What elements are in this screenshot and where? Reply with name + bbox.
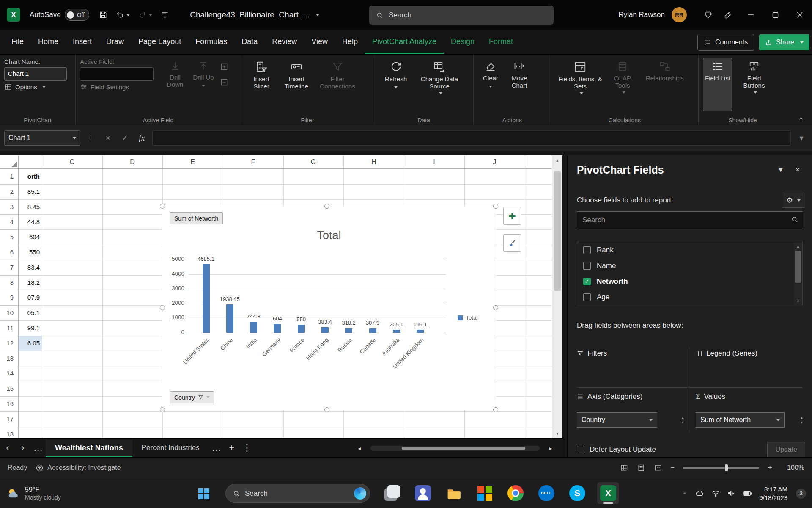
customize-quick-access-icon[interactable] <box>158 7 172 23</box>
cell-partial-row1[interactable]: orth <box>19 169 42 184</box>
field-list-scrollbar[interactable] <box>794 242 802 305</box>
update-button[interactable]: Update <box>767 442 805 458</box>
title-dropdown-icon[interactable] <box>316 14 319 16</box>
refresh-dropdown-icon[interactable] <box>394 86 398 88</box>
prev-sheet-icon[interactable] <box>0 439 15 457</box>
cell-partial-row8[interactable]: 18.2 <box>19 275 42 290</box>
expand-field-icon[interactable] <box>219 61 230 72</box>
pane-close-icon[interactable] <box>789 163 806 177</box>
accessibility-status[interactable]: Accessibility: Investigate <box>36 464 121 472</box>
horizontal-scrollbar[interactable] <box>352 439 558 458</box>
field-item-age[interactable]: Age <box>577 289 802 305</box>
chart-bar-france[interactable] <box>298 325 305 333</box>
column-header-partial[interactable] <box>19 155 42 169</box>
chart-bar-australia[interactable] <box>393 330 400 333</box>
pivot-chart[interactable]: 0100020003000400050004685.1United States… <box>162 206 496 410</box>
zoom-in-icon[interactable] <box>768 463 772 472</box>
field-checkbox[interactable] <box>583 262 591 270</box>
chart-styles-button[interactable] <box>503 234 521 252</box>
filter-connections-button[interactable]: Filter Connections <box>315 58 359 111</box>
chart-bar-united-kingdom[interactable] <box>417 330 424 333</box>
fields-search-input[interactable] <box>577 211 803 229</box>
ribbon-tab-format[interactable]: Format <box>482 30 520 54</box>
editing-pen-icon[interactable] <box>718 0 738 30</box>
excel-app-icon[interactable] <box>7 8 20 22</box>
column-header-H[interactable]: H <box>343 155 404 169</box>
area-spinner[interactable] <box>801 416 803 425</box>
wifi-icon[interactable] <box>711 489 720 498</box>
field-item-networth[interactable]: Networth <box>577 273 802 289</box>
options-dropdown-icon[interactable] <box>42 86 46 88</box>
field-settings-button[interactable]: Field Settings <box>80 83 159 91</box>
clear-dropdown-icon[interactable] <box>489 86 492 88</box>
column-header-G[interactable]: G <box>283 155 344 169</box>
cell-partial-row2[interactable]: 85.1 <box>19 184 42 199</box>
chart-resize-handle[interactable] <box>493 204 498 209</box>
values-area-well[interactable]: Sum of Networth <box>696 407 803 433</box>
taskbar-clock[interactable]: 8:17 AM9/18/2023 <box>759 485 787 502</box>
row-header-3[interactable]: 3 <box>0 199 18 215</box>
row-header-14[interactable]: 14 <box>0 366 18 381</box>
ribbon-tab-review[interactable]: Review <box>265 30 304 54</box>
refresh-button[interactable]: Refresh <box>379 58 413 111</box>
field-list[interactable]: RankNameNetworthAge <box>577 242 803 305</box>
more-sheets-icon[interactable] <box>30 439 46 457</box>
field-checkbox[interactable] <box>583 278 591 285</box>
olap-dropdown-icon[interactable] <box>622 91 625 94</box>
cell-partial-row11[interactable]: 99.1 <box>19 320 42 336</box>
pane-tools-button[interactable] <box>782 193 805 208</box>
values-field-pill[interactable]: Sum of Networth <box>696 412 785 428</box>
column-header-E[interactable]: E <box>162 155 223 169</box>
new-sheet-button[interactable] <box>224 439 239 457</box>
axis-field-dropdown-icon[interactable] <box>206 396 210 398</box>
row-header-7[interactable]: 7 <box>0 260 18 275</box>
cds-dropdown-icon[interactable] <box>439 92 442 94</box>
row-header-17[interactable]: 17 <box>0 411 18 427</box>
change-data-source-button[interactable]: Change Data Source <box>416 58 463 111</box>
cell-partial-row4[interactable]: 44.8 <box>19 214 42 229</box>
row-header-4[interactable]: 4 <box>0 214 18 229</box>
sheet-tab-wealthiest-nations[interactable]: Wealthiest Nations <box>46 439 132 457</box>
area-spinner[interactable] <box>682 416 684 425</box>
avatar[interactable]: RR <box>672 7 687 22</box>
chart-bar-russia[interactable] <box>345 328 352 333</box>
chart-resize-handle[interactable] <box>160 407 165 412</box>
field-checkbox[interactable] <box>583 293 591 301</box>
redo-dropdown-icon[interactable] <box>149 14 152 16</box>
row-header-8[interactable]: 8 <box>0 275 18 290</box>
zoom-slider[interactable] <box>683 467 759 469</box>
ribbon-tab-design[interactable]: Design <box>444 30 482 54</box>
insert-timeline-button[interactable]: Insert Timeline <box>279 58 314 111</box>
scroll-left-icon[interactable] <box>352 445 367 452</box>
chart-name-input[interactable]: Chart 1 <box>4 67 67 81</box>
ribbon-tab-insert[interactable]: Insert <box>66 30 99 54</box>
taskbar-search[interactable]: Search <box>225 484 370 503</box>
name-box[interactable]: Chart 1 <box>4 130 80 146</box>
save-button[interactable] <box>96 7 110 23</box>
field-item-name[interactable]: Name <box>577 258 802 273</box>
pill-dropdown-icon[interactable] <box>649 419 653 421</box>
ribbon-tab-file[interactable]: File <box>4 30 31 54</box>
excel-taskbar-icon[interactable] <box>597 482 619 504</box>
zoom-out-icon[interactable] <box>671 464 675 472</box>
column-header-I[interactable]: I <box>404 155 464 169</box>
chart-resize-handle[interactable] <box>493 305 498 310</box>
clear-button[interactable]: Clear <box>478 58 503 111</box>
task-view-icon[interactable] <box>381 482 403 504</box>
ribbon-tab-formulas[interactable]: Formulas <box>188 30 234 54</box>
page-break-view-icon[interactable] <box>654 464 662 472</box>
row-header-2[interactable]: 2 <box>0 184 18 199</box>
insert-function-icon[interactable]: fx <box>135 131 148 145</box>
chart-bar-india[interactable] <box>250 322 257 333</box>
pill-dropdown-icon[interactable] <box>776 419 780 421</box>
cancel-icon[interactable] <box>102 131 114 145</box>
horizontal-scroll-track[interactable] <box>370 446 540 451</box>
legend-area-well[interactable] <box>696 363 803 387</box>
titlebar-search[interactable]: Search <box>369 6 554 25</box>
chart-resize-handle[interactable] <box>160 204 165 209</box>
chart-bar-united-states[interactable] <box>203 264 210 333</box>
relationships-button[interactable]: Relationships <box>640 58 690 111</box>
share-button[interactable]: Share <box>759 34 809 50</box>
fields-items-sets-button[interactable]: Fields, Items, & Sets <box>555 58 605 111</box>
column-header-D[interactable]: D <box>102 155 163 169</box>
